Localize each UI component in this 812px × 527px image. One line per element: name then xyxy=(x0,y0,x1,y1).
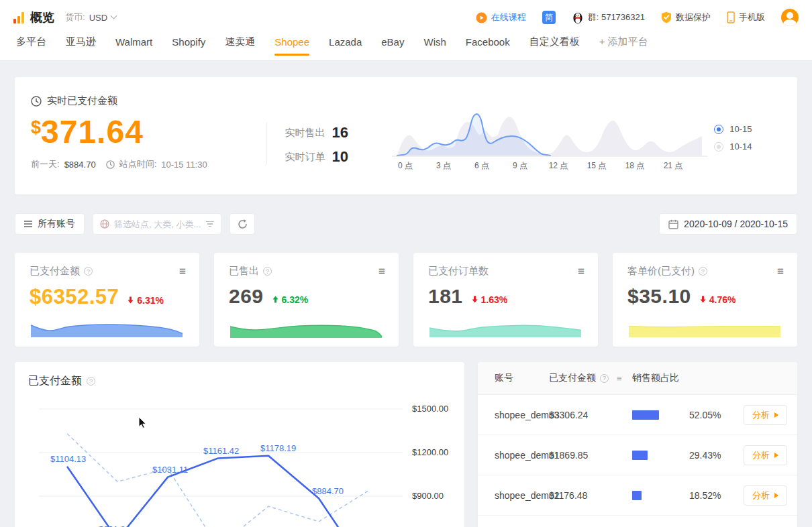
chevron-down-icon xyxy=(111,12,117,19)
metric-card-paid-orders: 已支付订单数 ≡ 181 1.63% xyxy=(413,253,598,347)
radio-unselected-icon xyxy=(714,142,723,152)
tab-amazon[interactable]: 亚马逊 xyxy=(66,36,96,48)
refresh-icon xyxy=(237,219,248,230)
x-tick: 6 点 xyxy=(474,161,489,170)
x-tick: 9 点 xyxy=(513,161,527,170)
currency-value: USD xyxy=(89,13,107,23)
qq-group-link[interactable]: 群: 571736321 xyxy=(572,11,645,24)
tab-ebay[interactable]: eBay xyxy=(381,36,404,48)
help-icon[interactable]: ? xyxy=(87,377,95,386)
card-menu-icon[interactable]: ≡ xyxy=(179,266,186,277)
play-triangle-icon xyxy=(774,453,778,458)
site-time-label: 站点时间: xyxy=(119,158,157,170)
sparkline-yellow xyxy=(627,320,782,340)
share-bar xyxy=(632,491,684,500)
page-title: 概览 xyxy=(30,9,54,25)
platform-nav: 多平台 亚马逊 Walmart Shopify 速卖通 Shopee Lazad… xyxy=(0,27,812,56)
topbar-right: 在线课程 简 群: 571736321 数据保护 手机版 xyxy=(476,9,799,26)
play-circle-icon xyxy=(476,12,487,23)
table-header-row: 账号 已支付金额 ? ≡ 销售额占比 xyxy=(478,362,797,395)
language-badge[interactable]: 简 xyxy=(542,11,556,24)
tab-wish[interactable]: Wish xyxy=(423,36,446,48)
tab-lazada[interactable]: Lazada xyxy=(329,36,362,48)
realtime-paid-amount-card: 实时已支付金额 $371.64 前一天: $884.70 站点时间: 10-15… xyxy=(15,77,797,194)
sparkline-blue xyxy=(30,320,184,340)
metric-delta: 6.32% xyxy=(272,294,309,305)
mobile-version-link[interactable]: 手机版 xyxy=(727,11,765,23)
tab-facebook[interactable]: Facebook xyxy=(466,36,510,48)
data-point-label: $1178.19 xyxy=(260,443,296,453)
site-time-value: 10-15 11:30 xyxy=(161,160,207,170)
account-name: shopee_demo3 xyxy=(478,410,549,420)
table-row: shopee_demo2 $1176.48 18.52% 分析 xyxy=(478,475,797,516)
add-platform-button[interactable]: + 添加平台 xyxy=(599,36,648,48)
metric-card-avg-order-value: 客单价(已支付) ? ≡ $35.10 4.76% xyxy=(613,253,797,347)
arrow-up-icon xyxy=(272,296,279,303)
data-protection-link[interactable]: 数据保护 xyxy=(661,11,711,23)
metric-cards: 已支付金额 ? ≡ $6352.57 6.31% 已售出 ? ≡ 269 6.3… xyxy=(15,253,797,347)
analyze-button[interactable]: 分析 xyxy=(744,445,787,465)
paid-amount-chart-card: 已支付金额 ? $1500.00 $1200.00 $900.00 $1104.… xyxy=(15,362,464,527)
data-point-label: $1104.13 xyxy=(50,454,86,464)
chart-title: 已支付金额 xyxy=(28,374,82,388)
play-triangle-icon xyxy=(774,412,778,418)
x-tick: 0 点 xyxy=(398,161,413,170)
mouse-cursor xyxy=(139,417,146,428)
card-menu-icon[interactable]: ≡ xyxy=(378,266,385,277)
all-accounts-button[interactable]: 所有账号 xyxy=(15,213,85,235)
currency-selector[interactable]: 货币: USD xyxy=(65,11,116,23)
metric-value: $6352.57 xyxy=(30,285,119,309)
radio-date-yesterday[interactable]: 10-14 xyxy=(714,141,781,152)
user-avatar[interactable] xyxy=(781,9,799,26)
x-tick: 18 点 xyxy=(625,161,645,170)
tab-custom-dashboard[interactable]: 自定义看板 xyxy=(529,36,580,48)
analyze-button[interactable]: 分析 xyxy=(744,405,787,425)
card-menu-icon[interactable]: ≡ xyxy=(777,266,784,277)
metric-delta: 1.63% xyxy=(471,294,508,305)
y-axis-tick: $1500.00 xyxy=(412,404,448,414)
realtime-left: 实时已支付金额 $371.64 前一天: $884.70 站点时间: 10-15… xyxy=(31,89,266,194)
column-menu-icon[interactable]: ≡ xyxy=(617,373,622,384)
card-menu-icon[interactable]: ≡ xyxy=(578,266,585,277)
tab-shopee[interactable]: Shopee xyxy=(274,36,309,48)
help-icon[interactable]: ? xyxy=(699,267,707,276)
date-range-value: 2020-10-09 / 2020-10-15 xyxy=(684,219,788,229)
date-legend: 10-15 10-14 xyxy=(714,89,781,194)
menu-lines-icon xyxy=(24,221,32,227)
help-icon[interactable]: ? xyxy=(263,267,272,276)
tab-walmart[interactable]: Walmart xyxy=(115,36,152,48)
account-amount: $3306.24 xyxy=(549,410,632,420)
share-percent: 18.52% xyxy=(689,490,721,501)
filter-row: 所有账号 2020-10-09 / 2020-10-15 xyxy=(15,213,797,235)
sparkline-teal xyxy=(428,320,582,340)
realtime-amount: $371.64 xyxy=(31,116,266,148)
refresh-button[interactable] xyxy=(230,213,255,235)
prev-day-label: 前一天: xyxy=(31,158,60,170)
x-tick: 15 点 xyxy=(587,161,607,170)
tab-aliexpress[interactable]: 速卖通 xyxy=(225,36,255,48)
app-logo-bar-chart-icon xyxy=(13,12,24,23)
analyze-button[interactable]: 分析 xyxy=(744,485,787,506)
account-table-card: 账号 已支付金额 ? ≡ 销售额占比 shopee_demo3 $3306.24… xyxy=(478,362,797,527)
radio-selected-icon xyxy=(714,125,723,134)
orders-value: 10 xyxy=(332,148,348,166)
date-range-picker[interactable]: 2020-10-09 / 2020-10-15 xyxy=(659,213,797,235)
account-amount: $1176.48 xyxy=(549,490,632,501)
radio-date-today[interactable]: 10-15 xyxy=(714,124,781,134)
share-percent: 29.43% xyxy=(689,450,721,461)
tab-shopify[interactable]: Shopify xyxy=(172,36,205,48)
online-course-link[interactable]: 在线课程 xyxy=(476,11,526,23)
metric-value: $35.10 xyxy=(627,285,691,308)
tab-multiplatform[interactable]: 多平台 xyxy=(16,36,46,48)
share-percent: 52.05% xyxy=(689,410,721,420)
account-name: shopee_demo1 xyxy=(478,450,549,461)
clock-icon xyxy=(106,160,115,169)
realtime-sparkline: 0 点 3 点 6 点 9 点 12 点 15 点 18 点 21 点 xyxy=(392,89,707,194)
help-icon[interactable]: ? xyxy=(84,267,93,276)
orders-label: 实时订单 xyxy=(285,151,325,164)
site-filter-input[interactable] xyxy=(114,219,201,229)
help-icon[interactable]: ? xyxy=(600,374,609,383)
site-filter-input-wrap[interactable] xyxy=(93,213,221,235)
data-point-label: $1161.42 xyxy=(203,446,239,456)
metric-title: 已支付订单数 xyxy=(428,265,489,278)
